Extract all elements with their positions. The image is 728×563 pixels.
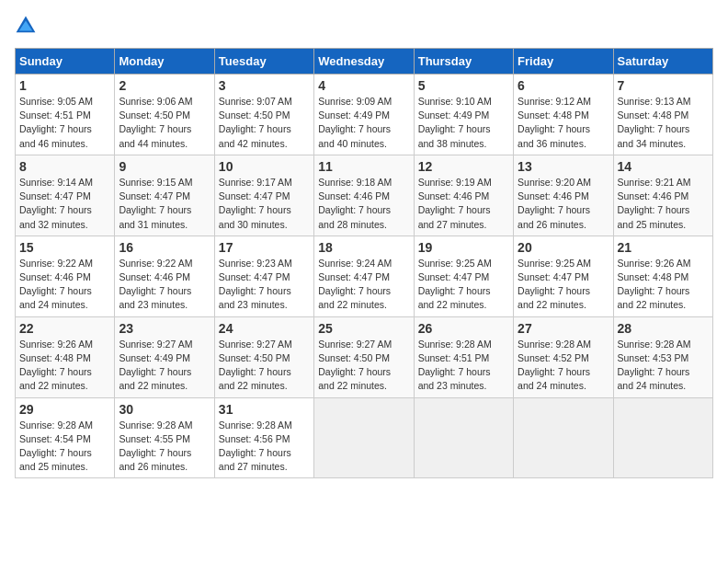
week-row-5: 29 Sunrise: 9:28 AMSunset: 4:54 PMDaylig…	[16, 397, 713, 478]
day-number: 23	[119, 321, 210, 336]
day-number: 21	[618, 240, 709, 255]
day-info: Sunrise: 9:28 AMSunset: 4:56 PMDaylight:…	[219, 419, 310, 475]
calendar-cell: 16 Sunrise: 9:22 AMSunset: 4:46 PMDaylig…	[115, 236, 214, 316]
calendar-table: SundayMondayTuesdayWednesdayThursdayFrid…	[15, 48, 713, 478]
calendar-cell	[514, 397, 613, 478]
day-number: 6	[518, 78, 609, 93]
day-number: 10	[219, 159, 310, 174]
calendar-cell: 4 Sunrise: 9:09 AMSunset: 4:49 PMDayligh…	[314, 75, 414, 155]
day-number: 28	[618, 321, 709, 336]
day-info: Sunrise: 9:09 AMSunset: 4:49 PMDaylight:…	[318, 95, 409, 151]
calendar-cell: 29 Sunrise: 9:28 AMSunset: 4:54 PMDaylig…	[16, 397, 115, 478]
day-number: 8	[19, 159, 110, 174]
day-number: 27	[518, 321, 609, 336]
day-info: Sunrise: 9:23 AMSunset: 4:47 PMDaylight:…	[219, 257, 310, 313]
day-number: 7	[618, 78, 709, 93]
calendar-cell: 19 Sunrise: 9:25 AMSunset: 4:47 PMDaylig…	[414, 236, 513, 316]
calendar-cell: 3 Sunrise: 9:07 AMSunset: 4:50 PMDayligh…	[214, 75, 313, 155]
calendar-cell: 23 Sunrise: 9:27 AMSunset: 4:49 PMDaylig…	[115, 316, 214, 397]
calendar-cell: 6 Sunrise: 9:12 AMSunset: 4:48 PMDayligh…	[514, 75, 613, 155]
day-info: Sunrise: 9:25 AMSunset: 4:47 PMDaylight:…	[518, 257, 609, 313]
col-header-friday: Friday	[514, 49, 613, 75]
calendar-cell: 5 Sunrise: 9:10 AMSunset: 4:49 PMDayligh…	[414, 75, 513, 155]
day-info: Sunrise: 9:28 AMSunset: 4:54 PMDaylight:…	[19, 419, 110, 475]
calendar-cell: 17 Sunrise: 9:23 AMSunset: 4:47 PMDaylig…	[214, 236, 313, 316]
day-number: 30	[119, 402, 210, 417]
day-info: Sunrise: 9:14 AMSunset: 4:47 PMDaylight:…	[19, 176, 110, 232]
day-info: Sunrise: 9:10 AMSunset: 4:49 PMDaylight:…	[418, 95, 509, 151]
day-info: Sunrise: 9:25 AMSunset: 4:47 PMDaylight:…	[418, 257, 509, 313]
day-info: Sunrise: 9:27 AMSunset: 4:50 PMDaylight:…	[219, 338, 310, 394]
calendar-cell: 18 Sunrise: 9:24 AMSunset: 4:47 PMDaylig…	[314, 236, 414, 316]
day-number: 12	[418, 159, 509, 174]
day-info: Sunrise: 9:27 AMSunset: 4:49 PMDaylight:…	[119, 338, 210, 394]
day-info: Sunrise: 9:07 AMSunset: 4:50 PMDaylight:…	[219, 95, 310, 151]
day-info: Sunrise: 9:15 AMSunset: 4:47 PMDaylight:…	[119, 176, 210, 232]
day-info: Sunrise: 9:22 AMSunset: 4:46 PMDaylight:…	[119, 257, 210, 313]
day-number: 1	[19, 78, 110, 93]
day-number: 13	[518, 159, 609, 174]
day-info: Sunrise: 9:12 AMSunset: 4:48 PMDaylight:…	[518, 95, 609, 151]
day-info: Sunrise: 9:28 AMSunset: 4:53 PMDaylight:…	[618, 338, 709, 394]
day-info: Sunrise: 9:21 AMSunset: 4:46 PMDaylight:…	[618, 176, 709, 232]
week-row-2: 8 Sunrise: 9:14 AMSunset: 4:47 PMDayligh…	[16, 155, 713, 236]
day-number: 19	[418, 240, 509, 255]
calendar-cell: 21 Sunrise: 9:26 AMSunset: 4:48 PMDaylig…	[613, 236, 712, 316]
day-info: Sunrise: 9:17 AMSunset: 4:47 PMDaylight:…	[219, 176, 310, 232]
calendar-cell: 9 Sunrise: 9:15 AMSunset: 4:47 PMDayligh…	[115, 155, 214, 236]
day-info: Sunrise: 9:20 AMSunset: 4:46 PMDaylight:…	[518, 176, 609, 232]
day-info: Sunrise: 9:06 AMSunset: 4:50 PMDaylight:…	[119, 95, 210, 151]
calendar-cell: 20 Sunrise: 9:25 AMSunset: 4:47 PMDaylig…	[514, 236, 613, 316]
calendar-cell: 28 Sunrise: 9:28 AMSunset: 4:53 PMDaylig…	[613, 316, 712, 397]
day-number: 20	[518, 240, 609, 255]
calendar-cell: 10 Sunrise: 9:17 AMSunset: 4:47 PMDaylig…	[214, 155, 313, 236]
day-info: Sunrise: 9:24 AMSunset: 4:47 PMDaylight:…	[318, 257, 409, 313]
day-number: 31	[219, 402, 310, 417]
calendar-cell: 7 Sunrise: 9:13 AMSunset: 4:48 PMDayligh…	[613, 75, 712, 155]
calendar-cell: 14 Sunrise: 9:21 AMSunset: 4:46 PMDaylig…	[613, 155, 712, 236]
logo	[15, 15, 40, 37]
calendar-cell: 2 Sunrise: 9:06 AMSunset: 4:50 PMDayligh…	[115, 75, 214, 155]
calendar-cell: 22 Sunrise: 9:26 AMSunset: 4:48 PMDaylig…	[16, 316, 115, 397]
day-info: Sunrise: 9:28 AMSunset: 4:55 PMDaylight:…	[119, 419, 210, 475]
col-header-sunday: Sunday	[16, 49, 115, 75]
day-number: 24	[219, 321, 310, 336]
day-number: 16	[119, 240, 210, 255]
calendar-cell	[414, 397, 513, 478]
calendar-cell: 27 Sunrise: 9:28 AMSunset: 4:52 PMDaylig…	[514, 316, 613, 397]
calendar-cell: 11 Sunrise: 9:18 AMSunset: 4:46 PMDaylig…	[314, 155, 414, 236]
calendar-cell	[613, 397, 712, 478]
calendar-cell: 25 Sunrise: 9:27 AMSunset: 4:50 PMDaylig…	[314, 316, 414, 397]
col-header-tuesday: Tuesday	[214, 49, 313, 75]
day-number: 22	[19, 321, 110, 336]
day-number: 11	[318, 159, 409, 174]
day-info: Sunrise: 9:26 AMSunset: 4:48 PMDaylight:…	[19, 338, 110, 394]
day-number: 17	[219, 240, 310, 255]
day-number: 9	[119, 159, 210, 174]
col-header-saturday: Saturday	[613, 49, 712, 75]
day-info: Sunrise: 9:05 AMSunset: 4:51 PMDaylight:…	[19, 95, 110, 151]
day-info: Sunrise: 9:19 AMSunset: 4:46 PMDaylight:…	[418, 176, 509, 232]
calendar-cell	[314, 397, 414, 478]
day-number: 5	[418, 78, 509, 93]
day-info: Sunrise: 9:13 AMSunset: 4:48 PMDaylight:…	[618, 95, 709, 151]
day-info: Sunrise: 9:27 AMSunset: 4:50 PMDaylight:…	[318, 338, 409, 394]
day-info: Sunrise: 9:28 AMSunset: 4:52 PMDaylight:…	[518, 338, 609, 394]
week-row-1: 1 Sunrise: 9:05 AMSunset: 4:51 PMDayligh…	[16, 75, 713, 155]
day-number: 18	[318, 240, 409, 255]
logo-icon	[15, 15, 37, 37]
day-info: Sunrise: 9:18 AMSunset: 4:46 PMDaylight:…	[318, 176, 409, 232]
col-header-wednesday: Wednesday	[314, 49, 414, 75]
day-info: Sunrise: 9:22 AMSunset: 4:46 PMDaylight:…	[19, 257, 110, 313]
day-number: 25	[318, 321, 409, 336]
calendar-cell: 8 Sunrise: 9:14 AMSunset: 4:47 PMDayligh…	[16, 155, 115, 236]
col-header-monday: Monday	[115, 49, 214, 75]
day-number: 26	[418, 321, 509, 336]
day-info: Sunrise: 9:26 AMSunset: 4:48 PMDaylight:…	[618, 257, 709, 313]
calendar-cell: 24 Sunrise: 9:27 AMSunset: 4:50 PMDaylig…	[214, 316, 313, 397]
calendar-cell: 26 Sunrise: 9:28 AMSunset: 4:51 PMDaylig…	[414, 316, 513, 397]
day-info: Sunrise: 9:28 AMSunset: 4:51 PMDaylight:…	[418, 338, 509, 394]
calendar-cell: 31 Sunrise: 9:28 AMSunset: 4:56 PMDaylig…	[214, 397, 313, 478]
header	[15, 15, 713, 37]
week-row-3: 15 Sunrise: 9:22 AMSunset: 4:46 PMDaylig…	[16, 236, 713, 316]
